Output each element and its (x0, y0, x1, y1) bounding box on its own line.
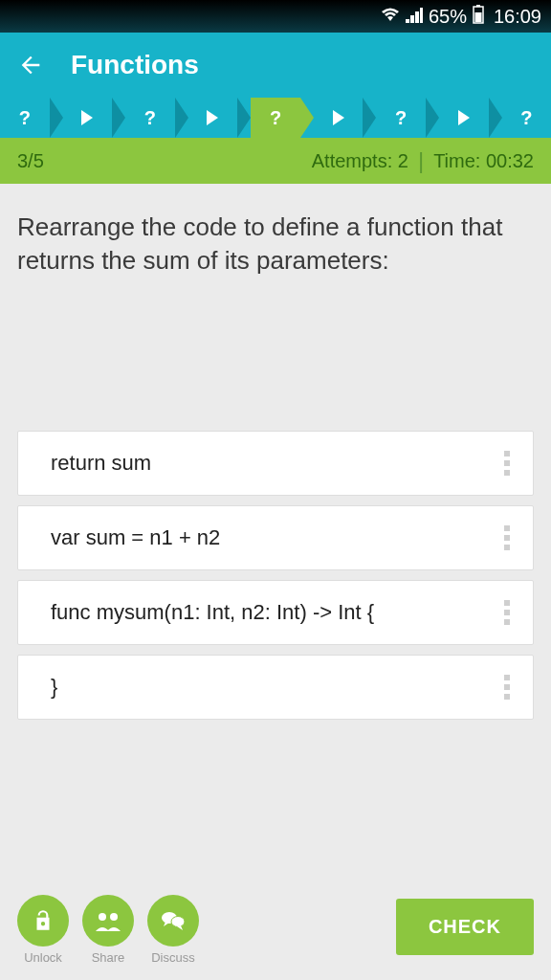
clock-time: 16:09 (494, 6, 541, 28)
question-text: Rearrange the code to define a function … (17, 211, 534, 278)
code-text: } (35, 675, 57, 700)
progress-bar: ? ? ? ? ? (0, 98, 551, 138)
check-button[interactable]: CHECK (396, 899, 534, 955)
discuss-button[interactable]: Discuss (147, 895, 199, 965)
bottom-actions: Unlock Share Discuss CHECK (0, 895, 551, 965)
svg-rect-2 (474, 12, 481, 22)
progress-step-2[interactable] (63, 98, 113, 138)
code-card-list: return sum var sum = n1 + n2 func mysum(… (17, 431, 534, 720)
progress-step-8[interactable] (439, 98, 489, 138)
attempts-label: Attempts: 2 (312, 150, 408, 172)
app-bar: Functions (0, 33, 551, 98)
code-text: var sum = n1 + n2 (35, 525, 220, 550)
drag-handle-icon[interactable] (498, 675, 516, 700)
drag-handle-icon[interactable] (498, 451, 516, 476)
progress-step-9[interactable]: ? (502, 98, 552, 138)
progress-count: 3/5 (17, 150, 44, 172)
svg-point-3 (99, 913, 106, 921)
code-card[interactable]: func mysum(n1: Int, n2: Int) -> Int { (17, 580, 534, 645)
progress-step-3[interactable]: ? (125, 98, 175, 138)
svg-point-4 (110, 913, 118, 921)
battery-icon (473, 5, 484, 29)
share-label: Share (92, 950, 125, 965)
back-arrow-icon[interactable] (17, 52, 44, 78)
unlock-icon (17, 895, 69, 947)
code-text: return sum (35, 451, 151, 476)
discuss-label: Discuss (151, 950, 195, 965)
stats-divider: | (418, 147, 424, 174)
drag-handle-icon[interactable] (498, 600, 516, 625)
page-title: Functions (71, 50, 199, 80)
code-card[interactable]: var sum = n1 + n2 (17, 505, 534, 570)
progress-step-7[interactable]: ? (376, 98, 426, 138)
svg-point-6 (171, 917, 185, 927)
progress-step-1[interactable]: ? (0, 98, 50, 138)
signal-icon (406, 6, 423, 28)
wifi-icon (381, 6, 400, 28)
progress-step-6[interactable] (314, 98, 364, 138)
share-icon (82, 895, 134, 947)
code-text: func mysum(n1: Int, n2: Int) -> Int { (35, 600, 374, 625)
code-card[interactable]: return sum (17, 431, 534, 496)
share-button[interactable]: Share (82, 895, 134, 965)
unlock-label: Unlock (24, 950, 62, 965)
battery-percent: 65% (429, 6, 467, 28)
drag-handle-icon[interactable] (498, 525, 516, 550)
status-bar: 65% 16:09 (0, 0, 551, 33)
discuss-icon (147, 895, 199, 947)
code-card[interactable]: } (17, 655, 534, 720)
progress-step-5-active[interactable]: ? (251, 98, 300, 138)
unlock-button[interactable]: Unlock (17, 895, 69, 965)
time-label: Time: 00:32 (433, 150, 534, 172)
stats-bar: 3/5 Attempts: 2 | Time: 00:32 (0, 138, 551, 184)
progress-step-4[interactable] (188, 98, 238, 138)
content-area: Rearrange the code to define a function … (0, 184, 551, 720)
